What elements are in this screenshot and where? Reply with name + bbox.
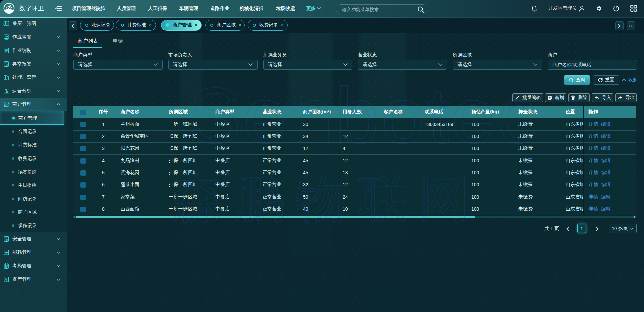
- detail-link[interactable]: 详情: [589, 170, 598, 175]
- topnav-item-2[interactable]: 人员管理: [117, 0, 136, 17]
- edit-link[interactable]: 编辑: [601, 170, 611, 175]
- filter-select-2[interactable]: 请选择: [168, 60, 258, 70]
- sidebar-subitem-合同记录[interactable]: 合同记录: [0, 125, 67, 138]
- sidebar-item-2[interactable]: 作业监管: [0, 30, 67, 44]
- row-checkbox[interactable]: [80, 182, 86, 188]
- search-icon[interactable]: [417, 6, 425, 13]
- scroll-left-arrow-icon[interactable]: [74, 216, 76, 218]
- sidebar-subitem-计费标准[interactable]: 计费标准: [0, 138, 67, 151]
- gear-icon: [596, 5, 602, 12]
- row-checkbox[interactable]: [80, 122, 86, 127]
- tabs-scroll-right-button[interactable]: [615, 21, 624, 30]
- detail-link[interactable]: 详情: [589, 158, 598, 163]
- merchant-search-input[interactable]: [548, 60, 637, 70]
- sidebar-subitem-商户区域[interactable]: 商户区域: [0, 205, 67, 219]
- action-button-批量编辑[interactable]: 批量编辑: [512, 93, 543, 102]
- bell-button[interactable]: [531, 0, 537, 17]
- sidebar-item-3[interactable]: 作业调度: [0, 44, 67, 57]
- filter-select-5[interactable]: 请选择: [453, 60, 542, 70]
- filter-select-1[interactable]: 请选择: [73, 60, 163, 70]
- content-tab-apply[interactable]: 申请: [113, 38, 123, 44]
- horizontal-scrollbar[interactable]: [73, 216, 636, 218]
- sidebar-item-5[interactable]: 处理厂监管: [0, 71, 67, 84]
- sidebar-item-1[interactable]: 餐厨一张图: [0, 17, 67, 30]
- topnav-item-5[interactable]: 道路作业: [210, 0, 229, 17]
- sidebar-subitem-商户管理[interactable]: 商户管理: [0, 111, 64, 125]
- action-button-新增[interactable]: 新增: [545, 93, 566, 102]
- topnav-item-4[interactable]: 车辆管理: [179, 0, 198, 17]
- row-checkbox[interactable]: [80, 207, 86, 212]
- user-menu[interactable]: 开发区管理员: [548, 0, 585, 17]
- sidebar-subitem-生日提醒[interactable]: 生日提醒: [0, 178, 67, 192]
- row-checkbox[interactable]: [80, 170, 86, 176]
- topnav-item-6[interactable]: 机械化清扫: [240, 0, 263, 17]
- sidebar-subitem-收费记录[interactable]: 收费记录: [0, 151, 67, 165]
- column-header-客户名称: 客户名称: [384, 106, 424, 118]
- scrollbar-thumb[interactable]: [76, 216, 475, 218]
- power-button[interactable]: [613, 0, 619, 17]
- topnav-item-1[interactable]: 项目管理驾驶舱: [72, 0, 105, 17]
- page-number-1[interactable]: 1: [577, 224, 586, 233]
- tab-pill-商户管理[interactable]: 商户管理✕: [161, 20, 202, 31]
- prev-page-button[interactable]: [565, 226, 570, 231]
- sidebar-item-6[interactable]: 运营分析: [0, 84, 67, 98]
- settings-button[interactable]: [596, 0, 602, 17]
- query-button[interactable]: 查询: [564, 75, 590, 85]
- edit-link[interactable]: 编辑: [601, 182, 611, 187]
- edit-link[interactable]: 编辑: [601, 194, 611, 199]
- tab-pill-计费标准[interactable]: 计费标准✕: [116, 20, 156, 31]
- scroll-right-arrow-icon[interactable]: [634, 216, 636, 218]
- detail-link[interactable]: 详情: [589, 133, 598, 139]
- tab-pill-收费记录[interactable]: 收费记录✕: [248, 20, 288, 31]
- row-checkbox[interactable]: [80, 195, 86, 200]
- sidebar-item-11[interactable]: 资产管理: [0, 273, 67, 286]
- detail-link[interactable]: 详情: [589, 145, 598, 151]
- topnav-more[interactable]: 更多: [306, 0, 321, 17]
- topnav-item-7[interactable]: 垃圾收运: [276, 0, 295, 17]
- collapse-filters-link[interactable]: 收起: [622, 75, 638, 85]
- sidebar-item-10[interactable]: 考勤管理: [0, 259, 67, 273]
- edit-link[interactable]: 编辑: [601, 206, 611, 211]
- action-button-导出[interactable]: 导出: [615, 93, 637, 102]
- tab-close-icon[interactable]: ✕: [149, 23, 152, 27]
- select-all-checkbox[interactable]: [80, 110, 86, 115]
- edit-link[interactable]: 编辑: [601, 133, 611, 139]
- tab-pill-商户区域[interactable]: 商户区域✕: [205, 20, 245, 31]
- tab-close-icon[interactable]: ✕: [238, 23, 242, 27]
- merchant-keyword-input[interactable]: [548, 62, 637, 67]
- next-page-button[interactable]: [595, 226, 599, 231]
- search-input[interactable]: [336, 7, 417, 12]
- page-size-select[interactable]: 10 条/页: [609, 224, 637, 233]
- action-button-导入[interactable]: 导入: [592, 93, 613, 102]
- reset-button[interactable]: 重置: [593, 75, 619, 85]
- topnav-item-3[interactable]: 人工扫保: [148, 0, 167, 17]
- row-checkbox[interactable]: [80, 158, 86, 164]
- detail-link[interactable]: 详情: [589, 182, 598, 187]
- apps-grid-button[interactable]: [630, 0, 637, 17]
- sidebar-item-9[interactable]: 能耗管理: [0, 246, 67, 259]
- tab-close-icon[interactable]: ✕: [194, 23, 198, 27]
- sidebar-item-7[interactable]: 商户管理: [0, 98, 67, 111]
- edit-link[interactable]: 编辑: [601, 158, 611, 163]
- tabs-scroll-left-button[interactable]: [69, 21, 77, 30]
- row-checkbox[interactable]: [80, 134, 86, 139]
- sidebar-item-8[interactable]: 安全管理: [0, 232, 67, 246]
- sidebar-subitem-回访记录[interactable]: 回访记录: [0, 192, 67, 205]
- sidebar-item-4[interactable]: 异常报警: [0, 57, 67, 71]
- row-checkbox[interactable]: [80, 146, 86, 151]
- sidebar-subitem-操作记录[interactable]: 操作记录: [0, 219, 67, 232]
- sidebar-subitem-续签提醒[interactable]: 续签提醒: [0, 165, 67, 178]
- content-tab-merchant-list[interactable]: 商户列表: [78, 38, 98, 44]
- detail-link[interactable]: 详情: [589, 206, 598, 211]
- filter-select-4[interactable]: 请选择: [358, 60, 447, 70]
- filter-select-3[interactable]: 请选择: [263, 60, 352, 70]
- tabs-more-button[interactable]: [627, 21, 635, 30]
- edit-link[interactable]: 编辑: [601, 145, 611, 151]
- action-button-删除[interactable]: 删除: [568, 93, 590, 102]
- tab-close-icon[interactable]: ✕: [281, 23, 284, 27]
- menu-fold-icon[interactable]: [55, 5, 62, 11]
- detail-link[interactable]: 详情: [589, 121, 598, 127]
- tab-pill-收运记录[interactable]: 收运记录✕: [80, 20, 114, 31]
- edit-link[interactable]: 编辑: [601, 121, 611, 127]
- detail-link[interactable]: 详情: [589, 194, 598, 199]
